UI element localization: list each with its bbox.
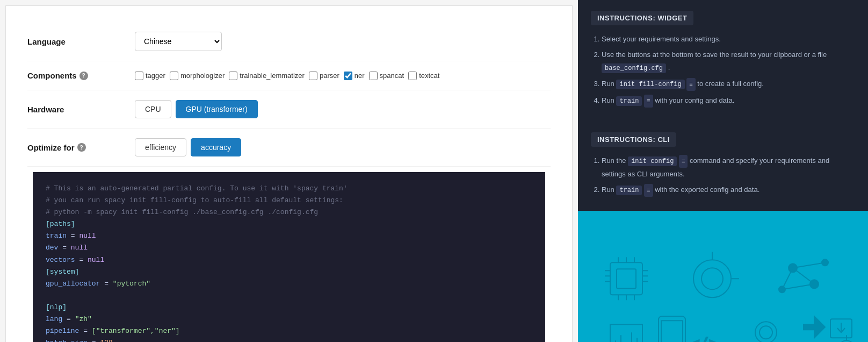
widget-step-3: Run init fill-config ≡ to create a full … [602, 77, 855, 91]
svg-point-30 [760, 326, 772, 339]
parser-checkbox[interactable] [309, 72, 317, 80]
widget-step-2: Use the buttons at the bottom to save th… [602, 48, 855, 74]
language-label: Language [27, 37, 135, 46]
code-train: train = null [46, 230, 532, 242]
right-panel: INSTRUCTIONS: WIDGET Select your require… [578, 0, 868, 342]
svg-rect-1 [617, 269, 636, 288]
code-block: # This is an auto-generated partial conf… [33, 172, 545, 342]
components-controls: tagger morphologizer trainable_lemmatize… [135, 72, 439, 80]
code-lang: lang = "zh" [46, 314, 532, 325]
language-select[interactable]: Chinese English German French Spanish Mu… [135, 32, 222, 51]
spancat-checkbox[interactable] [369, 72, 378, 80]
svg-line-24 [793, 262, 825, 268]
instructions-widget-list: Select your requirements and settings. U… [591, 33, 855, 108]
svg-marker-37 [804, 316, 825, 338]
code-comment-1: # This is an auto-generated partial conf… [46, 183, 532, 195]
svg-rect-27 [661, 320, 683, 342]
cpu-button[interactable]: CPU [135, 100, 171, 118]
component-ner[interactable]: ner [344, 72, 365, 80]
cli-step-1: Run the init config ≡ command and specif… [602, 154, 855, 180]
svg-line-23 [782, 268, 793, 289]
ner-checkbox[interactable] [344, 72, 352, 80]
language-row: Language Chinese English German French S… [27, 22, 551, 61]
widget-step-1: Select your requirements and settings. [602, 33, 855, 45]
instructions-widget-title: INSTRUCTIONS: WIDGET [591, 11, 693, 25]
optimize-controls: efficiency accuracy [135, 138, 241, 156]
code-pipeline: pipeline = ["transformer","ner"] [46, 325, 532, 337]
code-dev: dev = null [46, 242, 532, 254]
cyan-graphic: </> CSDN @飒飒淅 [578, 211, 868, 342]
optimize-row: Optimize for ? efficiency accuracy [27, 129, 551, 167]
code-nlp: [nlp] [46, 302, 532, 314]
hardware-label: Hardware [27, 105, 135, 114]
svg-text:</>: </> [691, 334, 718, 342]
component-tagger[interactable]: tagger [135, 72, 165, 80]
instructions-cli-title: INSTRUCTIONS: CLI [591, 132, 676, 147]
widget-step-4: Run train ≡ with your config and data. [602, 94, 855, 108]
optimize-help-icon[interactable]: ? [77, 143, 86, 152]
config-panel: Language Chinese English German French S… [5, 5, 573, 342]
decorative-svg: </> [578, 211, 868, 342]
component-trainable-lemmatizer[interactable]: trainable_lemmatizer [229, 72, 305, 80]
code-system: [system] [46, 266, 532, 278]
trainable-lemmatizer-checkbox[interactable] [229, 72, 237, 80]
component-parser[interactable]: parser [309, 72, 339, 80]
code-vectors: vectors = null [46, 254, 532, 266]
code-gpu: gpu_allocator = "pytorch" [46, 278, 532, 290]
accuracy-button[interactable]: accuracy [191, 138, 241, 156]
efficiency-button[interactable]: efficiency [135, 138, 186, 156]
svg-point-15 [701, 268, 723, 289]
component-spancat[interactable]: spancat [369, 72, 404, 80]
component-morphologizer[interactable]: morphologizer [170, 72, 225, 80]
instructions-cli-section: INSTRUCTIONS: CLI Run the init config ≡ … [578, 122, 868, 211]
components-help-icon[interactable]: ? [79, 72, 88, 80]
language-controls: Chinese English German French Spanish Mu… [135, 32, 222, 51]
svg-rect-0 [610, 262, 642, 295]
svg-point-14 [693, 260, 731, 297]
gpu-button[interactable]: GPU (transformer) [176, 100, 258, 118]
optimize-label: Optimize for ? [27, 143, 135, 152]
hardware-row: Hardware CPU GPU (transformer) [27, 90, 551, 129]
code-paths: [paths] [46, 218, 532, 230]
cli-step-2: Run train ≡ with the exported config and… [602, 183, 855, 197]
components-row: Components ? tagger morphologizer traina… [27, 61, 551, 90]
components-label: Components ? [27, 71, 135, 80]
code-comment-3: # python -m spacy init fill-config ./bas… [46, 206, 532, 218]
component-textcat[interactable]: textcat [408, 72, 439, 80]
textcat-checkbox[interactable] [408, 72, 417, 80]
code-batch: batch_size = 128 [46, 337, 532, 342]
tagger-checkbox[interactable] [135, 72, 143, 80]
svg-line-22 [793, 268, 814, 284]
svg-line-25 [782, 284, 814, 289]
hardware-controls: CPU GPU (transformer) [135, 100, 258, 118]
instructions-cli-list: Run the init config ≡ command and specif… [591, 154, 855, 197]
morphologizer-checkbox[interactable] [170, 72, 178, 80]
instructions-widget-section: INSTRUCTIONS: WIDGET Select your require… [578, 0, 868, 122]
code-comment-2: # you can run spacy init fill-config to … [46, 195, 532, 206]
